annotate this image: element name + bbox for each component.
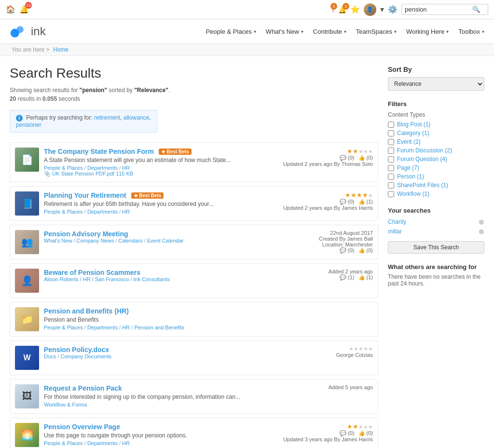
home-button[interactable]: 🏠: [6, 5, 15, 14]
filter-checkbox[interactable]: [388, 139, 394, 145]
result-title[interactable]: Pension and Benefits (HR): [44, 307, 129, 315]
filter-label[interactable]: Person (1): [397, 173, 424, 180]
suggestion-allowance[interactable]: allowance: [124, 114, 149, 121]
filter-checkbox[interactable]: [388, 130, 394, 136]
path-sep: /: [131, 325, 133, 330]
search-history-link[interactable]: Charity: [388, 218, 406, 225]
result-meta: ★★★★★ 💬 (0) 👍 (1) Updated 2 years ago By…: [283, 191, 373, 211]
star-3: ★: [358, 346, 363, 352]
filter-label[interactable]: Page (7): [397, 164, 419, 171]
avatar[interactable]: 👤: [364, 3, 376, 16]
path-sep: /: [84, 325, 86, 330]
nav-whats-new[interactable]: What's New ▾: [266, 28, 303, 35]
path-link[interactable]: Calendars: [118, 238, 142, 244]
filter-label[interactable]: SharePoint Files (1): [397, 182, 448, 189]
path-link[interactable]: Company News: [77, 238, 114, 244]
filter-item: Forum Question (4): [388, 156, 484, 163]
favorites-button[interactable]: ⭐: [350, 5, 360, 14]
user-dropdown-button[interactable]: ▾: [380, 5, 384, 14]
nav-teamspaces[interactable]: TeamSpaces ▾: [356, 28, 397, 35]
top-search-submit[interactable]: 🔍: [472, 6, 480, 13]
result-excerpt: For those interested in signing up to th…: [44, 394, 286, 400]
filter-checkbox[interactable]: [388, 122, 394, 128]
result-title[interactable]: Beware of Pension Scammers: [44, 269, 140, 276]
result-body: Pension and Benefits (HR) Pension and Be…: [44, 307, 286, 330]
result-title[interactable]: Pension Policy.docx: [44, 346, 109, 353]
top-search-input[interactable]: [405, 6, 472, 13]
filter-label[interactable]: Category (1): [397, 130, 429, 136]
filter-checkbox[interactable]: [388, 182, 394, 189]
result-title[interactable]: Planning Your Retirement ★ Best Bets: [44, 191, 164, 199]
path-link[interactable]: People & Places: [44, 209, 83, 215]
remove-search-button[interactable]: ⊗: [479, 218, 484, 226]
likes-count: 👍 (0): [358, 430, 373, 436]
path-link[interactable]: Pension and Benefits: [134, 325, 184, 330]
info-icon: i: [16, 115, 23, 122]
page-title: Search Results: [10, 66, 378, 81]
path-link[interactable]: Departments: [87, 209, 118, 215]
filter-label[interactable]: Workflow (1): [397, 190, 429, 197]
result-thumbnail: 🌅: [15, 423, 39, 447]
path-link[interactable]: Departments: [87, 440, 118, 446]
filter-checkbox[interactable]: [388, 156, 394, 163]
path-sep: /: [144, 238, 146, 244]
nav-people-places[interactable]: People & Places ▾: [206, 28, 256, 35]
star-4: ★: [363, 346, 368, 352]
result-path: Alison Roberts / HR / San Francisco / In…: [44, 276, 286, 282]
result-item: 🖼 Request a Pension Pack For those inter…: [10, 379, 378, 414]
result-path: Workflow & Forms: [44, 402, 286, 407]
result-title[interactable]: The Company State Pension Form ★ Best Be…: [44, 148, 192, 155]
breadcrumb-home[interactable]: Home: [53, 46, 69, 53]
search-history-item: Charity ⊗: [388, 218, 484, 226]
result-title[interactable]: Request a Pension Pack: [44, 384, 122, 392]
notifications-button[interactable]: 🔔 15: [19, 5, 29, 14]
filters-label: Filters: [388, 100, 484, 108]
path-link[interactable]: Docs: [44, 353, 56, 359]
path-link[interactable]: People & Places: [44, 440, 83, 446]
path-link[interactable]: HR: [122, 325, 130, 330]
path-link[interactable]: What's New: [44, 238, 72, 244]
result-attachment[interactable]: 📎 UK State Pension PDF.pdf 115 KB: [44, 171, 278, 177]
filter-checkbox[interactable]: [388, 174, 394, 180]
sort-select[interactable]: Relevance: [388, 77, 484, 91]
filter-checkbox[interactable]: [388, 148, 394, 154]
nav-working-here[interactable]: Working Here ▾: [406, 28, 449, 35]
save-search-button[interactable]: Save This Search: [388, 241, 484, 254]
result-title[interactable]: Pension Advisory Meeting: [44, 230, 128, 238]
filter-item: Event (2): [388, 138, 484, 145]
sort-value: "Relevance": [134, 87, 168, 94]
comments-count: 💬 (0): [340, 430, 355, 436]
nav-contribute[interactable]: Contribute ▾: [313, 28, 346, 35]
path-link[interactable]: People & Places: [44, 165, 83, 171]
logo-icon: [10, 24, 27, 39]
filter-checkbox[interactable]: [388, 165, 394, 171]
alert2-button[interactable]: 🔔 1: [338, 6, 346, 14]
filter-checkbox[interactable]: [388, 191, 394, 197]
filter-label[interactable]: Event (2): [397, 138, 421, 145]
star-5: ★: [368, 192, 373, 198]
location: Location: Manchester: [291, 242, 373, 247]
path-link[interactable]: Departments: [87, 325, 118, 330]
results-list: 📄 The Company State Pension Form ★ Best …: [10, 142, 378, 448]
result-actions: 💬 (0) 👍 (0): [283, 155, 373, 161]
remove-search-button[interactable]: ⊗: [479, 228, 484, 235]
path-link[interactable]: People & Places: [44, 325, 83, 330]
result-thumbnail: 👥: [15, 230, 39, 254]
search-history-link[interactable]: millar: [388, 228, 402, 235]
likes-count: 👍 (0): [358, 155, 373, 161]
filter-label[interactable]: Forum Discussion (2): [397, 147, 452, 154]
result-item: 🌅 Pension Overview Page Use this page to…: [10, 418, 378, 448]
filter-label[interactable]: Forum Question (4): [397, 156, 447, 163]
alert1-button[interactable]: ! 1: [332, 6, 334, 14]
path-link[interactable]: Departments: [87, 165, 118, 171]
filter-label[interactable]: Blog Post (1): [397, 121, 430, 128]
result-title[interactable]: Pension Overview Page: [44, 423, 120, 431]
nav-toolbox[interactable]: Toolbox ▾: [458, 28, 484, 35]
comments-count: 💬 (0): [340, 199, 355, 205]
logo[interactable]: ink: [10, 24, 46, 39]
settings-button[interactable]: ⚙️: [388, 5, 398, 14]
suggestion-retirement[interactable]: retirement: [94, 114, 120, 121]
suggestion-pensioner[interactable]: pensioner: [16, 122, 41, 128]
result-path: People & Places / Departments / HR: [44, 440, 278, 446]
result-item: 📁 Pension and Benefits (HR) Pension and …: [10, 302, 378, 337]
